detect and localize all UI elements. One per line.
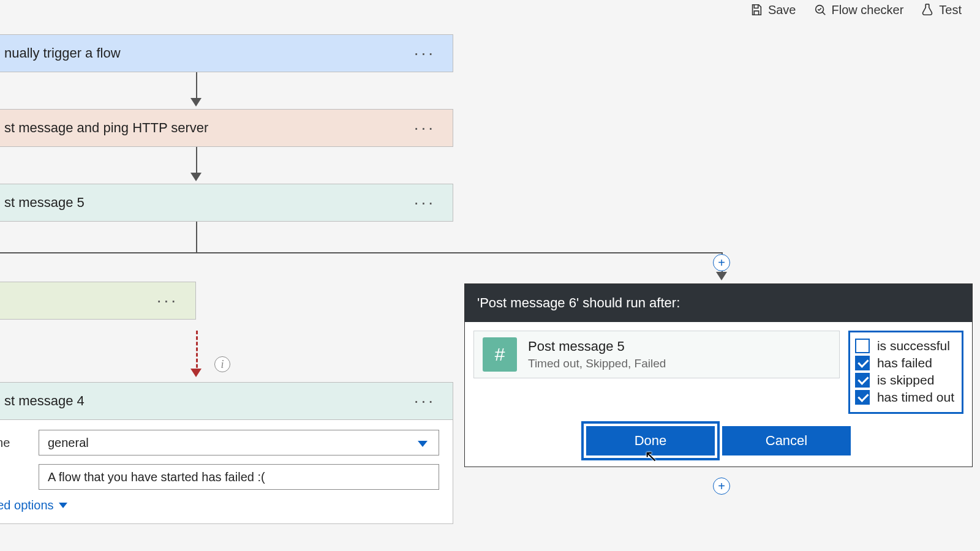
option-has-failed-label: has failed [877, 356, 932, 370]
add-step-button[interactable]: + [713, 254, 730, 271]
step-http-ping-menu[interactable]: ··· [414, 118, 435, 138]
run-after-options: is successful has failed is skipped has … [848, 331, 963, 414]
arrow-error-icon [190, 369, 202, 377]
name-select[interactable]: general [39, 430, 439, 455]
checkbox-is-successful[interactable] [855, 339, 870, 353]
text-input[interactable]: A flow that you have started has failed … [39, 464, 439, 490]
checkbox-has-timed-out[interactable] [855, 390, 870, 405]
text-value: A flow that you have started has failed … [48, 470, 265, 484]
option-is-successful-label: is successful [877, 339, 950, 353]
run-after-source[interactable]: # Post message 5 Timed out, Skipped, Fai… [473, 331, 840, 378]
step-post5-label: st message 5 [4, 195, 85, 211]
arrow-icon [716, 272, 727, 280]
option-is-successful: is successful [855, 339, 954, 353]
step-trigger[interactable]: nually trigger a flow ··· [0, 34, 453, 72]
toolbar: Save Flow checker Test [750, 0, 962, 20]
form-row-name: Name general [0, 430, 439, 455]
flow-checker-label: Flow checker [832, 3, 904, 17]
step-post4-menu[interactable]: ··· [414, 391, 435, 411]
run-after-body: # Post message 5 Timed out, Skipped, Fai… [465, 322, 972, 420]
option-is-skipped-label: is skipped [877, 373, 934, 388]
step-http-ping[interactable]: st message and ping HTTP server ··· [0, 109, 453, 147]
option-has-failed: has failed [855, 356, 954, 370]
option-has-timed-out-label: has timed out [877, 390, 954, 405]
run-after-panel: 'Post message 6' should run after: # Pos… [464, 283, 973, 467]
run-after-source-title: Post message 5 [528, 339, 666, 354]
option-has-timed-out: has timed out [855, 390, 954, 405]
flow-checker-button[interactable]: Flow checker [813, 3, 904, 17]
cancel-button[interactable]: Cancel [722, 426, 851, 455]
save-icon [750, 3, 763, 17]
arrow-icon [190, 173, 202, 181]
hash-icon: # [483, 337, 517, 372]
test-button[interactable]: Test [921, 3, 962, 17]
text-label: Text [0, 470, 39, 484]
connector-error [196, 331, 198, 373]
step-trigger-menu[interactable]: ··· [414, 43, 435, 63]
test-icon [921, 3, 934, 17]
save-label: Save [768, 3, 796, 17]
flow-checker-icon [813, 3, 827, 17]
run-after-source-text: Post message 5 Timed out, Skipped, Faile… [528, 339, 666, 370]
chevron-down-icon [59, 503, 67, 508]
checkbox-is-skipped[interactable] [855, 373, 870, 388]
advanced-options-link[interactable]: anced options [0, 498, 439, 512]
form-row-text: Text A flow that you have started has fa… [0, 464, 439, 490]
info-icon[interactable]: i [214, 356, 230, 372]
step-post4-body: Name general Text A flow that you have s… [0, 420, 453, 524]
option-is-skipped: is skipped [855, 373, 954, 388]
run-after-header: 'Post message 6' should run after: [465, 284, 972, 322]
save-button[interactable]: Save [750, 3, 796, 17]
name-label: Name [0, 436, 39, 450]
test-label: Test [939, 3, 962, 17]
arrow-icon [190, 98, 202, 107]
name-value: general [48, 436, 89, 450]
run-after-source-sub: Timed out, Skipped, Failed [528, 357, 666, 370]
connector [196, 222, 197, 252]
step-post5[interactable]: st message 5 ··· [0, 184, 453, 222]
checkbox-has-failed[interactable] [855, 356, 870, 370]
cancel-label: Cancel [766, 433, 807, 449]
step-trigger-label: nually trigger a flow [4, 45, 121, 61]
step-post5-menu[interactable]: ··· [414, 193, 435, 212]
done-label: Done [635, 433, 667, 449]
run-after-buttons: Done Cancel [465, 420, 972, 467]
step-post4[interactable]: st message 4 ··· [0, 382, 453, 420]
step-post4-label: st message 4 [4, 393, 85, 409]
step-http-ping-label: st message and ping HTTP server [4, 120, 208, 136]
step-green-menu[interactable]: ··· [157, 291, 178, 310]
step-green[interactable]: ··· [0, 282, 196, 320]
connector [0, 252, 723, 253]
done-button[interactable]: Done [586, 426, 715, 455]
advanced-options-label: anced options [0, 498, 54, 512]
add-step-button-lower[interactable]: + [713, 478, 730, 495]
